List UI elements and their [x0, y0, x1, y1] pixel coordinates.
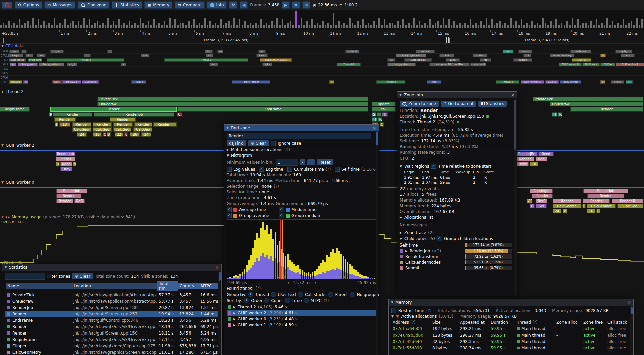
cpu-zone[interactable]: kw	[141, 54, 149, 57]
child-zones-row[interactable]: ▼ Child zones (5) Group children locatio…	[400, 236, 512, 241]
collapse-icon[interactable]: ▼	[400, 237, 402, 240]
checkbox[interactable]	[279, 213, 284, 218]
collapse-icon[interactable]: ▼	[1, 215, 4, 219]
cpu-zone[interactable]: mi surfacefling	[550, 54, 574, 57]
timeline-zone[interactable]: C	[596, 209, 600, 213]
expand-icon[interactable]: ▶	[400, 231, 402, 234]
timeline-zone[interactable]: PrivateTick	[533, 97, 643, 101]
close-icon[interactable]: ×	[372, 126, 376, 130]
cpu-zone[interactable]: Tracy Profiler	[232, 80, 270, 84]
next-frame-button[interactable]: ▶	[282, 1, 289, 9]
timeline-zone[interactable]: 16	[93, 132, 102, 137]
cpu-zone[interactable]: Trac	[427, 80, 441, 84]
timeline-zone[interactable]: RenderJob	[56, 189, 87, 193]
sort-by-time-radio[interactable]: Time	[285, 298, 302, 303]
stats-table-row[interactable]: EndFramejni/../jni/src/guif/Control.cpp:…	[5, 317, 219, 323]
timeline-zone[interactable]: 24	[77, 132, 87, 137]
reset-button[interactable]: Reset	[317, 159, 333, 165]
timeline-zone[interactable]: CalcGeo	[133, 127, 152, 132]
timeline-zone[interactable]: RenderJRe	[516, 152, 538, 156]
cpu-zone[interactable]: nd	[209, 63, 218, 66]
cpu-zone[interactable]: surfacel	[345, 50, 359, 53]
stats-table-row[interactable]: OnRedrawjni/../jni/src/claw/application/…	[5, 298, 219, 304]
cpu-zone[interactable]: au	[217, 50, 223, 53]
timeline-zone[interactable]: C	[177, 112, 182, 117]
go-to-parent-button[interactable]: ↑Go to parent	[441, 101, 476, 107]
group-by-call-stacks-radio[interactable]: Call stacks	[298, 292, 326, 297]
option-self-time[interactable]: Self time(1.16%)	[335, 167, 377, 172]
timeline-zone[interactable]: 8	[56, 162, 60, 166]
scrollbar[interactable]	[630, 306, 633, 355]
timeline-zone[interactable]: Render	[50, 107, 177, 112]
cpu-zone[interactable]: aux	[621, 54, 635, 57]
group-by-parent-radio[interactable]: Parent	[328, 292, 348, 297]
child-zone-row[interactable]: ▶RenderJob(×2)4.16 ms (92.60%)	[400, 248, 512, 254]
found-zone-group[interactable]: ▶GUIF worker 2(3,296)4.61 s	[227, 310, 376, 316]
timeline-zone[interactable]: Rend	[60, 162, 72, 166]
timeline-zone[interactable]: RenderJob	[583, 189, 628, 193]
cpu-zone[interactable]: composer@2.1-se [Hw	[429, 63, 470, 66]
timeline-zone[interactable]: Ren	[536, 157, 547, 161]
scrollbar-thumb[interactable]	[376, 132, 378, 145]
cpu-zone[interactable]: syste	[611, 80, 624, 84]
collapse-icon[interactable]: ▼	[227, 154, 229, 157]
zone-search-input[interactable]	[227, 133, 371, 139]
checkbox[interactable]	[335, 167, 340, 172]
time-relative-checkbox[interactable]	[431, 164, 436, 169]
checkbox[interactable]	[279, 207, 284, 212]
timeline-zone[interactable]: c	[563, 209, 567, 213]
timeline-zone[interactable]: R	[49, 112, 52, 117]
allocation-row[interactable]: 0x7dfc42d64032 bytes298.3 ms59.95 sMain …	[391, 338, 631, 345]
alloc-column-header[interactable]: Zone alloc	[555, 320, 582, 325]
cpu-zone[interactable]: Tracy I	[131, 80, 146, 84]
cpu-data-section-header[interactable]: ▼ CPU data	[1, 44, 24, 48]
cpu-zone[interactable]: sa	[258, 50, 266, 53]
stats-column-header[interactable]: MTPC	[199, 283, 218, 289]
stats-table-row[interactable]: Renderjni/../jni/src/claw/gfx/drv/vk/Dri…	[5, 323, 219, 330]
timeline-zone[interactable]: Tl	[552, 112, 557, 117]
timeline-zone[interactable]: RenderJob	[94, 112, 174, 117]
stats-column-header[interactable]: Location	[72, 283, 157, 289]
cpu-zone[interactable]: Thread-2	[164, 58, 248, 62]
compare-button[interactable]: ⇆Compare	[175, 1, 205, 9]
focus-frame-button[interactable]: ⊕	[302, 1, 310, 9]
child-zone-row[interactable]: RecalcTransform72.92 μs (1.62%)	[400, 254, 512, 259]
cpu-zone[interactable]: GUIF w	[545, 80, 559, 84]
timeline-zone[interactable]: Render	[110, 117, 136, 122]
collapse-icon[interactable]: ▼	[5, 266, 7, 269]
allocation-row[interactable]: 0x7dfaa64e00192 bytes298.21 ms59.95 sMai…	[391, 325, 631, 332]
alloc-column-header[interactable]: Address(?)	[391, 320, 431, 325]
cpu-zone[interactable]: surfacefling	[9, 58, 26, 62]
wait-table-header-cell[interactable]: Begin	[403, 170, 421, 175]
histogram-row[interactable]: ▼ Histogram	[227, 153, 376, 158]
call-stack-cell[interactable]: alloc free	[606, 346, 631, 350]
memory-titlebar[interactable]: ▼ Memory ×	[389, 299, 633, 306]
power-button[interactable]	[2, 2, 12, 9]
option-log-time[interactable]: Log time	[259, 167, 283, 172]
timeline-zone[interactable]: CalcGeor	[72, 127, 91, 132]
timeline-zone[interactable]: 16	[587, 209, 595, 213]
allocation-row[interactable]: 0x7dfc53d8988 bytes298.34 ms59.95 sMain …	[391, 345, 631, 351]
group-by-no-grouping-radio[interactable]: No grouping	[350, 292, 379, 297]
find-zone-button[interactable]: Find zone	[78, 1, 109, 9]
stats-table-row[interactable]: Renderjni/../jni/src/guif/Screen.cpp:150…	[5, 330, 219, 336]
timeline-zone[interactable]: Render F	[153, 122, 177, 127]
stats-table-row[interactable]: CalcGeometryjni/../jni/src/claw/graphics…	[5, 349, 219, 355]
timeline-zone[interactable]: Render R	[612, 199, 643, 203]
expand-icon[interactable]: ▶	[400, 216, 402, 219]
collapse-icon[interactable]: ▼	[400, 165, 402, 168]
timeline-zone[interactable]: 22	[115, 132, 123, 137]
cpu-zone[interactable]: su	[9, 50, 19, 53]
wait-table-header-cell[interactable]: Wakeup	[455, 170, 472, 175]
collapse-icon[interactable]: ▼	[391, 301, 393, 304]
cpu-zone[interactable]: surfa	[446, 58, 460, 62]
timeline-zone[interactable]: Dray	[60, 167, 72, 171]
timeline-zone[interactable]: Render	[56, 194, 81, 198]
timeline-zone[interactable]: BeginFrame	[0, 107, 30, 112]
cpu-zone[interactable]: Tracy Profiler	[560, 80, 581, 84]
timeline-zone[interactable]: 9	[73, 162, 76, 166]
timeline-zone[interactable]: Dra	[530, 204, 535, 208]
memory-usage-section-header[interactable]: ▼ ▲▲ Memory usage (y-range: 178.27 KB, v…	[1, 215, 135, 219]
timeline-zone[interactable]: 26	[130, 132, 140, 137]
cpu-zone[interactable]: GUIF worker 0	[559, 63, 582, 66]
